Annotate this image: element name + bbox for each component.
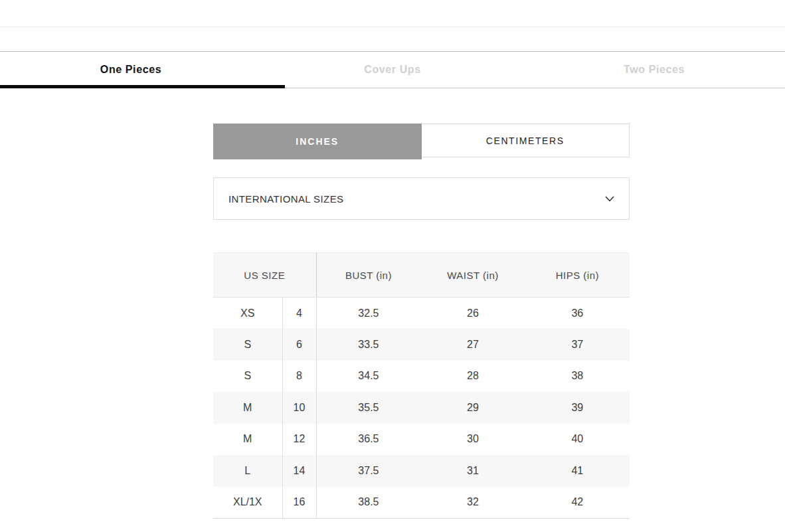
us-number-cell: 10 [282,392,316,424]
table-row: XS432.52636 [213,298,630,329]
waist-header: WAIST (in) [420,253,525,298]
category-tab-bar: One Pieces Cover Ups Two Pieces [0,51,785,88]
inches-button[interactable]: INCHES [213,124,422,159]
centimeters-button[interactable]: CENTIMETERS [422,124,630,157]
tab-one-pieces-label: One Pieces [100,64,161,76]
us-number-cell: 16 [282,487,316,519]
waist-value-cell: 26 [420,298,525,329]
table-row: M1035.52939 [213,392,630,424]
us-number-cell: 12 [282,424,316,456]
table-header-row: US SIZE BUST (in) WAIST (in) HIPS (in) [213,253,630,298]
size-chart-table: US SIZE BUST (in) WAIST (in) HIPS (in) X… [213,252,630,519]
size-label-cell: S [213,329,282,361]
chevron-down-icon [605,196,614,202]
hips-header: HIPS (in) [525,253,630,298]
size-label-cell: XS [213,298,282,329]
hips-value-cell: 41 [525,455,630,487]
us-size-header: US SIZE [213,253,316,298]
hips-value-cell: 40 [525,424,630,456]
bust-value-cell: 37.5 [316,455,420,487]
tab-cover-ups-label: Cover Ups [364,64,420,76]
size-label-cell: L [213,455,282,487]
bust-value-cell: 34.5 [316,361,420,393]
tab-two-pieces-label: Two Pieces [624,64,685,76]
waist-value-cell: 31 [420,455,525,487]
waist-value-cell: 28 [420,361,525,393]
hips-value-cell: 36 [525,298,630,329]
bust-value-cell: 38.5 [316,487,420,519]
bust-value-cell: 33.5 [316,329,420,361]
us-number-cell: 6 [282,329,316,361]
bust-value-cell: 36.5 [316,424,420,456]
waist-value-cell: 29 [420,392,525,424]
size-label-cell: XL/1X [213,487,282,519]
us-number-cell: 8 [282,361,316,393]
bust-value-cell: 35.5 [316,392,420,424]
hips-value-cell: 38 [525,361,630,393]
tab-one-pieces[interactable]: One Pieces [0,52,262,88]
size-label-cell: M [213,392,282,424]
international-sizes-dropdown[interactable]: INTERNATIONAL SIZES [213,177,630,220]
bust-header: BUST (in) [316,253,420,298]
size-guide-content: INCHES CENTIMETERS INTERNATIONAL SIZES U… [213,124,630,519]
table-row: S834.52838 [213,361,630,393]
size-label-cell: S [213,361,282,393]
waist-value-cell: 32 [420,487,525,519]
tab-cover-ups[interactable]: Cover Ups [262,52,523,88]
hips-value-cell: 37 [525,329,630,361]
waist-value-cell: 27 [420,329,525,361]
unit-toggle: INCHES CENTIMETERS [213,124,630,159]
size-label-cell: M [213,424,282,456]
tab-two-pieces[interactable]: Two Pieces [523,52,785,88]
us-number-cell: 14 [282,455,316,487]
table-row: L1437.53141 [213,455,630,487]
waist-value-cell: 30 [420,424,525,456]
us-number-cell: 4 [282,298,316,329]
top-divider [0,27,785,27]
bust-value-cell: 32.5 [316,298,420,329]
hips-value-cell: 42 [525,487,630,519]
table-row: XL/1X1638.53242 [213,487,630,519]
table-row: S633.52737 [213,329,630,361]
hips-value-cell: 39 [525,392,630,424]
active-tab-underline [0,85,285,88]
table-row: M1236.53040 [213,424,630,456]
international-sizes-label: INTERNATIONAL SIZES [228,193,343,205]
